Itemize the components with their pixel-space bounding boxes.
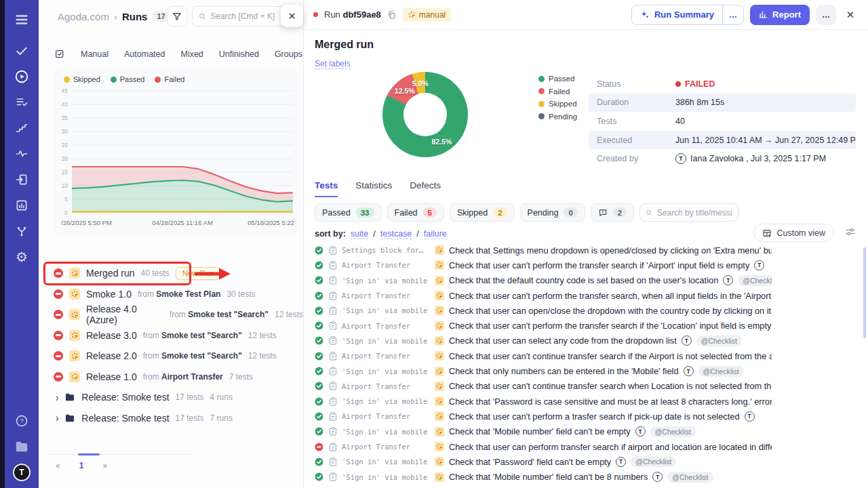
manual-icon xyxy=(435,427,444,436)
run-summary-button[interactable]: Run Summary xyxy=(632,5,723,24)
legend-item: Failed xyxy=(538,87,577,96)
suite-icon xyxy=(328,412,337,421)
settings-gear-icon[interactable]: ⚙ xyxy=(5,244,39,270)
failed-status-icon xyxy=(54,351,63,361)
filter-button[interactable] xyxy=(167,6,187,26)
custom-view-button[interactable]: Custom view xyxy=(753,224,834,242)
test-status-icon xyxy=(315,443,323,451)
test-suite: Airport Transfer xyxy=(342,291,430,300)
detail-value: T Iana Zavoloka , Jul 3, 2025 1:17 PM xyxy=(675,153,826,164)
manual-icon xyxy=(435,396,444,406)
filter-chip[interactable]: Skipped 2 xyxy=(450,203,515,222)
test-row[interactable]: Airport Transfer Check that user can't c… xyxy=(315,348,772,363)
run-group-row[interactable]: › Release: Smoke test 17 tests 7 runs xyxy=(39,408,303,429)
close-icon[interactable]: ✕ xyxy=(842,5,859,25)
detail-tab[interactable]: Statistics xyxy=(355,180,392,197)
suite-icon xyxy=(328,261,337,270)
tests-search-input[interactable] xyxy=(657,208,733,218)
test-tag: @Checklist xyxy=(698,366,744,377)
report-button[interactable]: Report xyxy=(750,5,810,25)
test-row[interactable]: 'Sign in' via mobile Check that the defa… xyxy=(315,273,772,288)
runs-search-input[interactable] xyxy=(210,12,285,21)
sort-option[interactable]: suite xyxy=(351,229,368,239)
run-source: from Smoke Test Plan xyxy=(138,289,221,299)
test-row[interactable]: 'Sign in' via mobile Check that user can… xyxy=(315,333,772,348)
filter-chip[interactable]: Pending 0 xyxy=(520,203,585,222)
run-row[interactable]: Release 4.0 (Azure) from Smoke test "Sea… xyxy=(39,304,303,325)
suite-icon xyxy=(328,443,337,451)
test-row[interactable]: Airport Transfer Check that user can't p… xyxy=(315,288,772,303)
projects-folder-icon[interactable] xyxy=(5,434,39,460)
test-title: Check that user can't perform a trasfer … xyxy=(449,411,740,422)
breadcrumb-project[interactable]: Agoda.com xyxy=(58,11,109,22)
runs-play-icon[interactable] xyxy=(5,64,39,89)
scrollbar-thumb[interactable] xyxy=(863,247,866,338)
run-row[interactable]: Release 3.0 from Smoke test "Search" 12 … xyxy=(39,325,303,346)
manual-run-icon xyxy=(69,350,80,361)
test-row[interactable]: Airport Transfer Check that user can't p… xyxy=(315,318,772,333)
more-actions-button[interactable]: … xyxy=(816,5,836,25)
test-suite: 'Sign in' via mobile xyxy=(342,397,430,405)
test-row[interactable]: Airport Transfer Check that user can't p… xyxy=(315,409,772,424)
sort-option[interactable]: testcase xyxy=(380,229,412,239)
chevron-right-icon[interactable]: › xyxy=(56,391,58,403)
menu-icon[interactable] xyxy=(5,7,39,33)
pagination-page-1[interactable]: 1 xyxy=(79,461,84,470)
set-labels-link[interactable]: Set labels xyxy=(315,59,351,69)
filter-chip[interactable]: Failed 5 xyxy=(387,203,444,222)
runs-search[interactable] xyxy=(192,6,292,26)
run-summary-more-button[interactable]: … xyxy=(723,5,743,24)
donut-slice-label: 5.0% xyxy=(412,79,429,87)
test-row[interactable]: Settings block for… Check that Settings … xyxy=(315,243,772,258)
test-plans-icon[interactable] xyxy=(5,89,39,115)
run-row[interactable]: Release 1.0 from Airport Transfer 7 test… xyxy=(39,367,303,388)
run-name: Release 2.0 xyxy=(86,350,137,361)
runs-tab[interactable]: Unfinished xyxy=(219,49,259,59)
runs-tab[interactable]: Manual xyxy=(81,49,108,59)
failed-dot-icon xyxy=(675,81,681,87)
tests-check-icon[interactable] xyxy=(5,38,39,64)
suite-icon xyxy=(328,321,337,330)
run-group-row[interactable]: › Release: Smoke test 17 tests 4 runs xyxy=(39,387,303,408)
pagination-prev[interactable]: « xyxy=(56,461,60,470)
test-row[interactable]: 'Sign in' via mobile Check that 'Passwor… xyxy=(315,394,772,409)
runs-tab[interactable]: Mixed xyxy=(180,49,203,59)
help-icon[interactable]: ? xyxy=(5,408,39,434)
comments-filter-chip[interactable]: 2 xyxy=(591,203,634,222)
chevron-right-icon[interactable]: › xyxy=(56,412,58,424)
run-row[interactable]: Smoke 1.0 from Smoke Test Plan 30 tests xyxy=(39,284,303,305)
test-row[interactable]: Airport Transfer Check that user can per… xyxy=(315,439,772,454)
sort-option[interactable]: failure xyxy=(424,229,447,239)
test-row[interactable]: Airport Transfer Check that user can't p… xyxy=(315,258,772,272)
suite-icon xyxy=(328,472,337,481)
user-avatar[interactable]: T xyxy=(13,464,31,481)
filter-chip[interactable]: Passed 33 xyxy=(315,203,382,222)
test-row[interactable]: Airport Transfer Check that user can't c… xyxy=(315,379,772,394)
test-status-icon xyxy=(315,276,323,285)
pagination-next[interactable]: » xyxy=(102,461,107,470)
panel-close-button[interactable]: ✕ xyxy=(281,5,303,27)
test-row[interactable]: 'Sign in' via mobile Check that 'Mobile … xyxy=(315,424,772,439)
run-row[interactable]: Release 2.0 from Smoke test "Search" 12 … xyxy=(39,346,303,367)
test-row[interactable]: 'Sign in' via mobile Check that 'Passwor… xyxy=(315,454,772,469)
test-row[interactable]: 'Sign in' via mobile Check that only num… xyxy=(315,363,772,378)
test-row[interactable]: 'Sign in' via mobile Check that user can… xyxy=(315,303,772,318)
run-row[interactable]: Merged run 40 tests New Run xyxy=(39,263,303,284)
view-settings-icon[interactable] xyxy=(845,226,856,237)
test-status-icon xyxy=(315,352,323,361)
analytics-chart-icon[interactable] xyxy=(5,192,39,218)
requirements-signin-icon[interactable] xyxy=(5,167,39,192)
runs-tab[interactable]: Groups xyxy=(275,49,302,59)
select-all-icon[interactable] xyxy=(54,49,65,60)
comment-icon xyxy=(598,208,608,218)
copy-icon[interactable] xyxy=(387,10,397,20)
detail-tab[interactable]: Tests xyxy=(315,180,338,197)
runs-tab[interactable]: Automated xyxy=(124,49,165,59)
legend-dot xyxy=(64,77,70,83)
milestones-steps-icon[interactable] xyxy=(5,115,39,141)
integrations-branch-icon[interactable] xyxy=(5,218,39,244)
activity-pulse-icon[interactable] xyxy=(5,141,39,167)
detail-tab[interactable]: Defects xyxy=(410,180,441,197)
test-row[interactable]: 'Sign in' via mobile Check that 'Mobile … xyxy=(315,469,772,484)
tests-search[interactable] xyxy=(639,203,738,222)
